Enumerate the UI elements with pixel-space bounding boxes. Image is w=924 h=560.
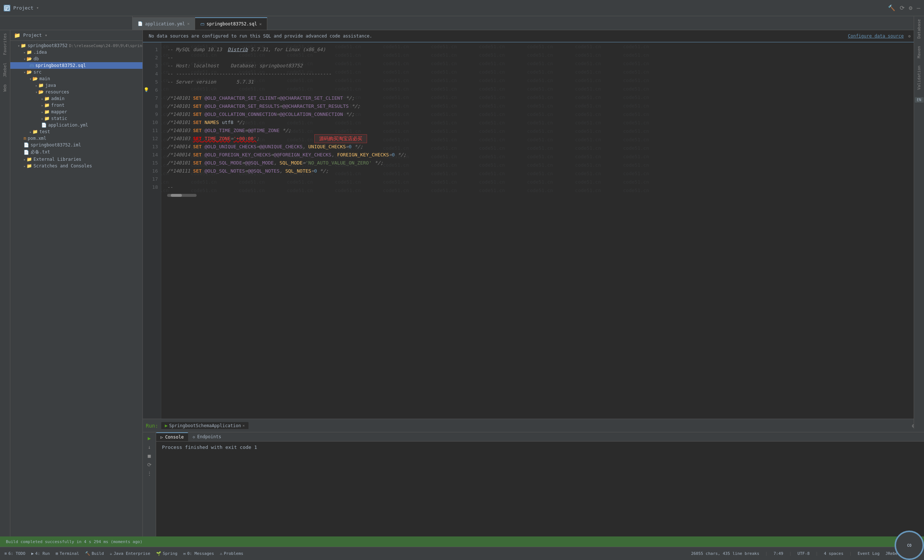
code-text: @OLD_SQL_MODE (202, 160, 242, 166)
settings-gear-icon[interactable]: ⚙ (908, 34, 911, 39)
run-stop-button[interactable]: ■ (148, 453, 151, 459)
tab-sql[interactable]: 🗃 springboot83752.sql ✕ (195, 17, 267, 30)
tree-item-pom[interactable]: m pom.xml (10, 135, 142, 142)
code-line-13: /*140014 SET @OLD_UNIQUE_CHECKS=@@UNIQUE… (167, 142, 912, 150)
database-label[interactable]: Database (916, 30, 921, 39)
file-tree: ▾ 📁 springboot83752 D:\releaseComp\24-09… (10, 41, 142, 536)
tree-item-mapper[interactable]: ▸ 📁 mapper (10, 109, 142, 115)
web-label[interactable]: Web (3, 84, 8, 91)
tab-endpoints[interactable]: ◇ Endpoints (188, 432, 226, 441)
tree-label-admin: admin (51, 96, 64, 101)
arrow-icon: ▸ (41, 103, 44, 108)
arrow-icon: ▾ (18, 44, 20, 48)
code-text: = (276, 95, 279, 101)
folder-icon: 📁 (44, 96, 50, 101)
arrow-icon: ▸ (41, 110, 44, 114)
tree-item-resources[interactable]: ▾ 📂 resources (10, 89, 142, 95)
status-problems[interactable]: ⚠ Problems (220, 551, 243, 556)
run-content: Process finished with exit code 1 (156, 442, 924, 536)
status-build[interactable]: 🔨 Build (85, 551, 104, 556)
code-text: SET (193, 128, 201, 133)
tab-console[interactable]: ▷ Console (156, 432, 188, 441)
minimize-icon[interactable]: — (916, 4, 920, 11)
folder-icon: 📁 (44, 109, 50, 114)
code-text: @@SQL_NOTES (248, 168, 279, 174)
problems-icon: ⚠ (220, 551, 222, 556)
bottom-panel: Run: ▶ SpringbootSchemaApplication ✕ ⚙ —… (143, 419, 924, 536)
tree-label-resources: resources (45, 90, 69, 94)
status-todo[interactable]: ≡ 6: TODO (4, 551, 26, 556)
popup-text: 源码购买淘宝店必买 (319, 135, 362, 142)
code-text: NAMES (202, 120, 219, 125)
configure-datasource-link[interactable]: Configure data source (848, 33, 904, 39)
warning-banner: No data sources are configured to run th… (143, 30, 924, 42)
arrow-icon: ▸ (35, 84, 38, 88)
tree-item-java[interactable]: ▸ 📁 java (10, 82, 142, 89)
tab-yaml[interactable]: 📄 application.yml ✕ (132, 17, 195, 30)
tree-item-sql[interactable]: 🗃 springboot83752.sql (10, 62, 142, 69)
run-more-button[interactable]: ⋮ (147, 470, 152, 476)
run-down-button[interactable]: ↓ (148, 444, 151, 450)
tree-item-db[interactable]: ▾ 📂 db (10, 55, 142, 62)
code-text: = (276, 111, 279, 117)
yaml-file-icon: 📄 (41, 123, 47, 128)
code-text: @@CHARACTER_SET_CLIENT (279, 95, 343, 101)
run-restart-button[interactable]: ⟳ (147, 462, 152, 468)
run-status-label: 4: Run (35, 551, 50, 556)
tree-item-src[interactable]: ▾ 📂 src (10, 69, 142, 75)
tree-item-extlibs[interactable]: ▸ 📁 External Libraries (10, 156, 142, 163)
run-app-tab[interactable]: ▶ SpringbootSchemaApplication ✕ (161, 422, 249, 429)
java-enterprise-label: Java Enterprise (114, 551, 150, 556)
tab-yaml-close[interactable]: ✕ (187, 21, 190, 26)
code-text: */; (343, 95, 354, 101)
build-icon[interactable]: 🔨 (888, 4, 895, 11)
code-text: /*140101 (167, 160, 193, 166)
tree-item-front[interactable]: ▸ 📁 front (10, 102, 142, 109)
settings-icon[interactable]: ⚙ (909, 4, 913, 11)
txt-file-icon: 📄 (24, 150, 29, 155)
tree-label-iml: springboot83752.iml (30, 142, 81, 148)
sync-icon[interactable]: ⟳ (900, 4, 904, 11)
code-text: = (245, 128, 248, 133)
code-text: SET (193, 152, 201, 157)
code-line-14: /*140014 SET @OLD_FOREIGN_KEY_CHECKS=@@F… (167, 150, 912, 159)
status-run[interactable]: ▶ 4: Run (31, 551, 50, 556)
tree-item-root[interactable]: ▾ 📁 springboot83752 D:\releaseComp\24-09… (10, 42, 142, 49)
code-text: /*140014 (167, 144, 193, 150)
code-text: -- (167, 184, 173, 190)
run-play-button[interactable]: ▶ (148, 435, 151, 441)
code-text: ; (256, 136, 260, 141)
code-text: , (303, 144, 309, 150)
project-label[interactable]: Project (13, 5, 33, 10)
line-num-17: 17 (143, 175, 161, 183)
xml-file-icon: m (24, 136, 26, 141)
code-text: = (311, 168, 314, 174)
favorites-label[interactable]: Favorites (3, 33, 8, 55)
event-log[interactable]: Event Log (858, 551, 880, 556)
folder-icon: 📁 (21, 43, 26, 48)
tree-label-appyml: application.yml (48, 123, 88, 128)
tree-item-idea[interactable]: ▸ 📁 .idea (10, 49, 142, 55)
run-app-close[interactable]: ✕ (243, 424, 245, 428)
horizontal-scrollbar[interactable] (167, 194, 912, 197)
arrow-icon: ▸ (24, 157, 26, 162)
tree-item-admin[interactable]: ▸ 📁 admin (10, 95, 142, 102)
tree-item-main[interactable]: ▾ 📂 main (10, 75, 142, 82)
sidebar-title: Project (23, 33, 42, 38)
tree-item-scratches[interactable]: ▸ 📁 Scratches and Consoles (10, 163, 142, 169)
tree-item-appyml[interactable]: 📄 application.yml (10, 122, 142, 129)
line-num-14: 14 (143, 150, 161, 159)
code-content[interactable]: -- MySQL dump 10.13 Distrib 5.7.31, for … (161, 42, 918, 419)
tree-item-txt[interactable]: 📄 必备.txt (10, 148, 142, 156)
tree-item-static[interactable]: ▸ 📁 static (10, 115, 142, 122)
status-messages[interactable]: ✉ 0: Messages (183, 551, 214, 556)
tree-label-java: java (45, 83, 56, 88)
jrebel-label[interactable]: JRebel (3, 63, 8, 77)
line-num-5: 5 (143, 78, 161, 86)
tree-item-test[interactable]: ▸ 📁 test (10, 129, 142, 135)
tab-sql-close[interactable]: ✕ (259, 22, 262, 27)
status-terminal[interactable]: ⊞ Terminal (56, 551, 79, 556)
tree-item-iml[interactable]: 📄 springboot83752.iml (10, 142, 142, 148)
status-spring[interactable]: 🌱 Spring (156, 551, 177, 556)
status-java-enterprise[interactable]: ☕ Java Enterprise (110, 551, 150, 556)
